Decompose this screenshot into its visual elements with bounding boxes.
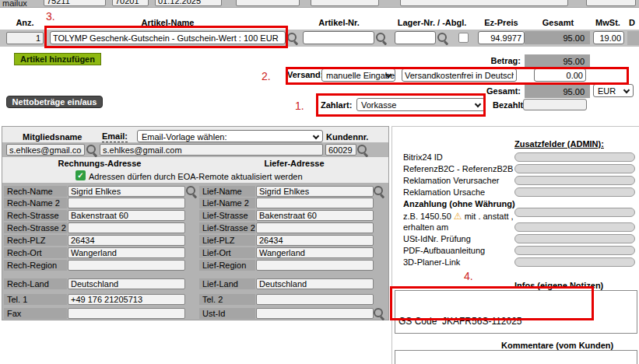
rech-strasse-2-label: Rech-Strasse 2 bbox=[4, 222, 67, 233]
lief-name-label: Lief-Name bbox=[199, 186, 255, 197]
email-template-select[interactable]: Email-Vorlage wählen: bbox=[137, 130, 323, 142]
rech-plz-input[interactable] bbox=[68, 235, 185, 246]
reklamation-verursacher-label: Reklamation Verursacher bbox=[403, 176, 500, 185]
lager-nr-input[interactable] bbox=[395, 31, 436, 44]
versand-cost-input[interactable] bbox=[534, 68, 586, 82]
col-header-anz: Anz. bbox=[6, 18, 44, 27]
betrag-label: Betrag: bbox=[455, 56, 521, 65]
rech-name-input[interactable] bbox=[68, 186, 185, 197]
ust-id-input[interactable] bbox=[256, 308, 374, 319]
topbar-field-4[interactable] bbox=[236, 0, 300, 6]
lief-region-label: Lief-Region bbox=[199, 260, 255, 271]
rech-land-label: Rech-Land bbox=[4, 278, 67, 289]
article-name-search-icon[interactable] bbox=[287, 33, 299, 44]
topbar-label: mailux bbox=[2, 0, 27, 8]
rech-name-search-icon[interactable] bbox=[186, 186, 198, 198]
ust-id-search-icon[interactable] bbox=[374, 308, 385, 320]
topbar-field-3[interactable] bbox=[155, 0, 222, 6]
mwst-input[interactable] bbox=[593, 31, 624, 44]
lief-name-search-icon[interactable] bbox=[374, 186, 385, 198]
infos-header: Infos (eigene Notizen) bbox=[514, 281, 603, 290]
reklamation-verursacher-input[interactable] bbox=[514, 176, 635, 185]
kommentare-textarea[interactable] bbox=[395, 350, 637, 364]
lief-plz-label: Lief-PLZ bbox=[199, 235, 255, 246]
bitrix24-id-input[interactable] bbox=[514, 152, 635, 162]
rech-name-2-input[interactable] bbox=[68, 198, 185, 208]
lief-strasse-2-input[interactable] bbox=[256, 222, 374, 233]
tel-2-label: Tel. 2 bbox=[199, 294, 255, 305]
referenzb2c-referenzb2b-label: ReferenzB2C - ReferenzB2B bbox=[403, 164, 513, 173]
admin-panel: Zusatzfelder (ADMIN): Anzahlung (ohne Wä… bbox=[391, 126, 639, 364]
rech-land-input[interactable] bbox=[68, 278, 185, 289]
add-article-button[interactable]: Artikel hinzufügen bbox=[14, 53, 101, 65]
3d-planer-link-input[interactable] bbox=[514, 257, 635, 267]
rech-ort-input[interactable] bbox=[68, 247, 185, 258]
rech-name-2-label: Rech-Name 2 bbox=[4, 198, 67, 208]
erhalten-am-input[interactable] bbox=[514, 222, 635, 232]
topbar-field-2[interactable] bbox=[112, 0, 149, 6]
lager-abgleich-checkbox[interactable] bbox=[458, 33, 469, 43]
annotation-number-2: 2. bbox=[262, 70, 271, 82]
quantity-input[interactable] bbox=[6, 32, 44, 44]
pdf-aufbauanleitung-label: PDF-Aufbauanleitung bbox=[403, 246, 485, 255]
mitglied-input[interactable] bbox=[6, 144, 85, 156]
row-gesamt-cell: 95.00 bbox=[525, 31, 590, 44]
email-input[interactable] bbox=[100, 144, 323, 156]
lief-name-2-label: Lief-Name 2 bbox=[199, 198, 255, 208]
article-nr-input[interactable] bbox=[303, 31, 374, 44]
annotation-number-3: 3. bbox=[46, 10, 55, 23]
lief-name-2-input[interactable] bbox=[256, 198, 374, 208]
tel-1-input[interactable] bbox=[68, 294, 185, 305]
ez-preis-input[interactable] bbox=[478, 31, 525, 44]
mitgliedsname-label: Mitgliedsname bbox=[23, 132, 82, 142]
lief-ort-label: Lief-Ort bbox=[199, 247, 255, 258]
kundennr-search-icon[interactable] bbox=[357, 145, 369, 156]
mitglied-search-icon[interactable] bbox=[86, 145, 98, 156]
topbar-field-6[interactable] bbox=[400, 0, 568, 6]
rech-region-input[interactable] bbox=[68, 260, 185, 271]
currency-select[interactable]: EUR bbox=[593, 84, 634, 97]
fax-input[interactable] bbox=[68, 308, 185, 319]
annotation-number-4: 4. bbox=[464, 270, 473, 282]
bezahlt-label: Bezahlt: bbox=[493, 100, 526, 110]
eoa-remote-checkbox-label: Adressen dürfen durch EOA-Remote aktuali… bbox=[89, 172, 303, 181]
col-header-artikel-name: Artikel-Name bbox=[50, 18, 286, 27]
topbar-field-1[interactable] bbox=[44, 0, 106, 6]
article-nr-search-icon[interactable] bbox=[376, 33, 388, 44]
versand-mode-select[interactable]: manuelle Eingabe bbox=[321, 68, 395, 82]
partial-cell bbox=[627, 31, 639, 45]
anzahlung-hint: z.B. 1450.50 ⚠ mit . anstatt , bbox=[403, 211, 514, 222]
lief-region-input[interactable] bbox=[256, 260, 374, 271]
referenzb2c-referenzb2b-input[interactable] bbox=[514, 164, 635, 173]
rech-region-label: Rech-Region bbox=[4, 260, 67, 271]
lager-search-icon[interactable] bbox=[437, 33, 449, 44]
lief-strasse-input[interactable] bbox=[256, 210, 374, 221]
reklamation-ursache-label: Reklamation Ursache bbox=[403, 187, 485, 197]
eoa-remote-checkbox[interactable]: ✓ bbox=[75, 170, 86, 180]
anzahlung-label: Anzahlung (ohne Währung) bbox=[403, 199, 515, 208]
topbar-field-7[interactable] bbox=[586, 0, 636, 6]
ust-idnr-pr-fung-input[interactable] bbox=[514, 234, 635, 243]
tel-2-input[interactable] bbox=[256, 294, 374, 305]
infos-textarea[interactable]: GS Code JKAFR56S-112025 Einlösung über R… bbox=[395, 290, 637, 334]
rech-strasse-2-input[interactable] bbox=[68, 222, 185, 233]
netto-toggle-button[interactable]: Nettobeträge ein/aus bbox=[6, 96, 103, 108]
lief-plz-input[interactable] bbox=[256, 235, 374, 246]
pdf-aufbauanleitung-input[interactable] bbox=[514, 246, 635, 255]
lief-name-input[interactable] bbox=[256, 186, 374, 197]
col-header-lager-nr: Lager-Nr. / -Abgl. bbox=[391, 18, 473, 27]
bezahlt-input[interactable] bbox=[523, 99, 587, 110]
lief-land-input[interactable] bbox=[256, 278, 374, 289]
rech-strasse-input[interactable] bbox=[68, 210, 185, 221]
reklamation-ursache-input[interactable] bbox=[514, 187, 635, 197]
annotation-number-1: 1. bbox=[295, 100, 304, 112]
topbar-field-5[interactable] bbox=[311, 0, 379, 6]
versand-text-input[interactable] bbox=[402, 68, 517, 82]
lief-ort-input[interactable] bbox=[256, 247, 374, 258]
article-name-input[interactable] bbox=[50, 31, 286, 44]
email-label: Email: bbox=[102, 131, 128, 142]
anzahlung-input[interactable] bbox=[514, 208, 635, 217]
kundennr-input[interactable] bbox=[325, 144, 356, 156]
bitrix24-id-label: Bitrix24 ID bbox=[403, 152, 443, 162]
zahlart-select[interactable]: Vorkasse bbox=[356, 98, 485, 111]
